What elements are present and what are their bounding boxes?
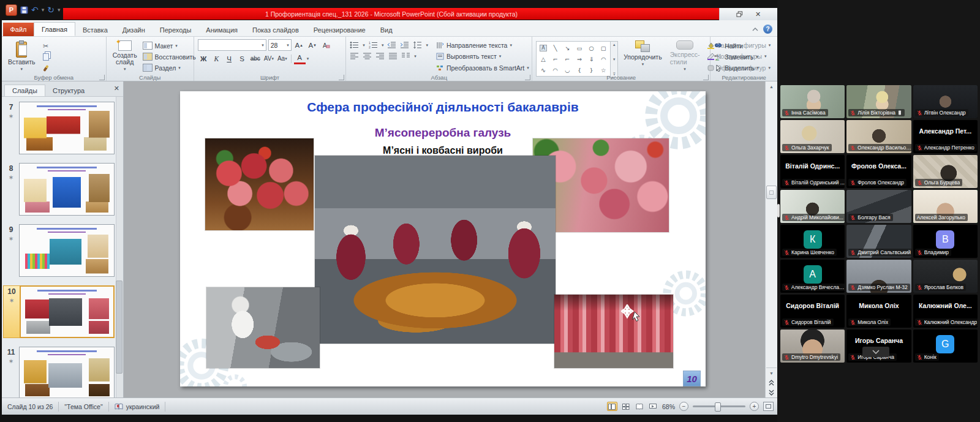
shape-glyph-icon[interactable]: } (590, 67, 594, 73)
tab-outline[interactable]: Структура (45, 85, 92, 96)
participant-tile[interactable]: Андрій Миколайови... (780, 190, 845, 223)
tab-retsenzirovanie[interactable]: Рецензирование (306, 23, 373, 36)
shape-glyph-icon[interactable]: A (540, 45, 546, 51)
font-dialog-launcher[interactable] (339, 75, 344, 80)
participant-tile[interactable]: Dmytro Dmytrevskyi (780, 330, 845, 363)
slide-subtitle-industry[interactable]: М’ясопереробна галузь (180, 126, 706, 140)
layout-button[interactable]: Макет▾ (143, 40, 196, 51)
animation-star-icon[interactable]: ✶ (9, 175, 13, 181)
participant-tile[interactable]: Фролов Олекса...Фролов Олександр (846, 155, 911, 188)
shape-glyph-icon[interactable]: △ (541, 56, 545, 62)
undo-dropdown-icon[interactable]: ▾ (42, 7, 45, 13)
tab-vstavka[interactable]: Вставка (75, 23, 115, 36)
align-center-icon[interactable] (363, 52, 372, 60)
shrink-font-icon[interactable]: A▼ (307, 40, 318, 50)
quick-styles-button[interactable]: Экспресс-стили▾ (668, 39, 703, 73)
slide-thumbnail-row[interactable]: 10✶ (3, 285, 115, 338)
scroll-up-icon[interactable]: ▲ (766, 81, 777, 91)
slide-sorter-view-icon[interactable] (622, 402, 631, 410)
arrange-button[interactable]: Упорядочить▾ (621, 39, 664, 73)
slide-thumbnail[interactable] (19, 347, 115, 398)
more-participants-button[interactable] (862, 347, 889, 357)
animation-star-icon[interactable]: ✶ (9, 358, 13, 364)
zoom-percentage[interactable]: 68% (662, 403, 675, 410)
participant-tile[interactable]: Калюжний Оле...Калюжний Олександр (913, 295, 978, 328)
shape-glyph-icon[interactable]: ⇒ (577, 56, 582, 62)
fit-slide-to-window-icon[interactable] (763, 402, 774, 411)
shape-glyph-icon[interactable]: ∿ (541, 67, 546, 73)
previous-slide-icon[interactable] (766, 378, 777, 388)
text-direction-button[interactable]: Направление текста▾ (436, 40, 529, 50)
participant-tile[interactable]: Лілія Вікторівна (846, 85, 911, 118)
bullets-icon[interactable] (350, 41, 359, 49)
drawing-dialog-launcher[interactable] (703, 75, 709, 80)
shadow-button[interactable]: S (236, 54, 248, 64)
slide-scrollbar[interactable]: ▲ ▼ (765, 81, 777, 398)
participant-tile[interactable]: GКонік (913, 330, 978, 363)
font-size-combo[interactable]: 28▾ (268, 39, 292, 51)
scroll-down-icon[interactable]: ▼ (766, 368, 777, 378)
tab-vid[interactable]: Вид (373, 23, 400, 36)
clear-formatting-icon[interactable]: A (320, 40, 332, 50)
cut-icon[interactable]: ✂ (41, 41, 51, 51)
shape-glyph-icon[interactable]: ◡ (565, 67, 570, 73)
help-icon[interactable]: ? (763, 24, 772, 34)
slide-thumbnail[interactable] (20, 285, 115, 338)
participant-tile[interactable]: Александр Пет...Александр Петренко (913, 120, 978, 153)
participant-tile[interactable]: ККарина Шевченко (780, 225, 845, 258)
slide-canvas[interactable]: Сфера професійної діяльності бакалаврів … (180, 91, 706, 386)
paragraph-dialog-launcher[interactable] (525, 75, 530, 80)
close-pane-icon[interactable]: ✕ (114, 85, 119, 92)
tab-glavnaya[interactable]: Главная (34, 22, 75, 36)
justify-icon[interactable] (388, 52, 398, 60)
shape-glyph-icon[interactable]: ⇓ (589, 56, 594, 62)
paste-button[interactable]: Вставить ▾ (6, 39, 38, 73)
slide-thumbnail[interactable] (19, 163, 115, 216)
align-text-button[interactable]: Выровнять текст▾ (436, 51, 529, 61)
shape-glyph-icon[interactable]: ▢ (601, 45, 606, 51)
slide-thumbnail-row[interactable]: 8✶ (3, 163, 115, 216)
participant-tile[interactable]: Олександр Васильов... (846, 120, 911, 153)
shapes-gallery-scroll[interactable]: ▲▼⊽ (611, 41, 618, 78)
shape-glyph-icon[interactable]: ⌐ (565, 56, 570, 62)
italic-button[interactable]: К (211, 54, 222, 64)
scrollbar-thumb[interactable] (766, 186, 777, 199)
replace-button[interactable]: abacЗаменить▾ (714, 52, 759, 61)
shape-glyph-icon[interactable]: ○ (589, 45, 594, 51)
participant-tile[interactable]: Ярослав Белков (913, 260, 978, 293)
zoom-out-icon[interactable]: − (679, 402, 688, 411)
language-indicator[interactable]: украинский (109, 402, 166, 412)
font-name-combo[interactable]: ▾ (198, 39, 266, 51)
animation-star-icon[interactable]: ✶ (9, 236, 13, 242)
format-painter-icon[interactable] (41, 63, 51, 73)
participant-tile[interactable]: Болгару Вася (846, 190, 911, 223)
animation-star-icon[interactable]: ✶ (9, 298, 14, 304)
font-color-dropdown-icon[interactable]: ▾ (307, 56, 309, 61)
zoom-in-icon[interactable]: + (750, 402, 759, 411)
tab-file[interactable]: Файл (3, 23, 34, 36)
participant-tile[interactable]: Ольга Бурцева (913, 155, 978, 188)
strikethrough-button[interactable]: abc (249, 54, 262, 64)
participant-tile[interactable]: Інна Сасімова (780, 85, 845, 118)
tab-slides-thumbnails[interactable]: Слайды (4, 85, 45, 96)
reset-button[interactable]: Восстановить (143, 51, 196, 62)
slide-counter[interactable]: Слайд 10 из 26 (2, 402, 59, 412)
participant-tile[interactable]: Віталій Одринс...Віталій Одринський ... (780, 155, 845, 188)
slide-thumbnail[interactable] (19, 224, 115, 277)
slideshow-view-icon[interactable] (649, 402, 658, 410)
bold-button[interactable]: Ж (198, 54, 209, 64)
shape-glyph-icon[interactable]: ↘ (565, 45, 570, 51)
zoom-slider[interactable] (693, 405, 745, 407)
font-color-button[interactable]: А (294, 53, 306, 64)
grow-font-icon[interactable]: A▲ (293, 40, 305, 50)
participant-tile[interactable]: Дзямко Руслан М-32 (846, 260, 911, 293)
redo-icon[interactable]: ↻ (47, 6, 55, 14)
shape-glyph-icon[interactable]: ╲ (554, 45, 557, 51)
participant-tile[interactable]: Літвін Олександр (913, 85, 978, 118)
slide-thumbnail-row[interactable]: 9✶ (3, 224, 115, 277)
section-button[interactable]: Раздел▾ (143, 62, 196, 73)
shape-glyph-icon[interactable]: ◠ (552, 67, 557, 73)
select-button[interactable]: Выделить▾ (714, 64, 759, 73)
participant-tile[interactable]: Сидоров ВіталійСидоров Віталій (780, 295, 845, 328)
paste-dropdown-icon[interactable]: ▾ (21, 67, 23, 72)
